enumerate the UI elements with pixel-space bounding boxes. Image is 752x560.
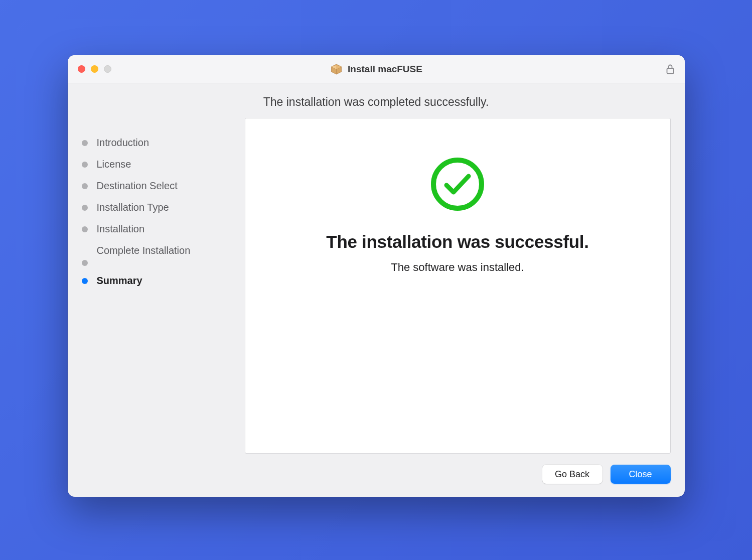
step-bullet-icon — [82, 278, 88, 284]
step-label: Introduction — [97, 136, 149, 150]
success-subtitle: The software was installed. — [391, 261, 524, 274]
footer: Go Back Close — [68, 454, 685, 497]
content-area: The installation was completed successfu… — [68, 83, 685, 497]
step-bullet-icon — [82, 162, 88, 168]
svg-rect-0 — [667, 68, 673, 74]
success-checkmark-icon — [431, 158, 484, 211]
go-back-button[interactable]: Go Back — [542, 465, 603, 484]
step-label: Installation — [97, 222, 145, 236]
lock-icon[interactable] — [666, 64, 675, 75]
titlebar: Install macFUSE — [68, 55, 685, 83]
installer-window: Install macFUSE The installation was com… — [68, 55, 685, 497]
step-destination-select: Destination Select — [82, 175, 245, 197]
heading-text: The installation was completed successfu… — [263, 95, 489, 108]
step-label: Destination Select — [97, 179, 178, 193]
title-center: Install macFUSE — [330, 63, 422, 76]
step-bullet-icon — [82, 226, 88, 232]
body-row: Introduction License Destination Select — [68, 118, 685, 454]
close-window-button[interactable] — [78, 65, 85, 73]
maximize-window-button[interactable] — [104, 65, 111, 73]
step-label: Complete Installation — [97, 244, 191, 257]
sidebar: Introduction License Destination Select — [82, 118, 245, 454]
step-bullet-icon — [82, 205, 88, 211]
step-summary: Summary — [82, 270, 245, 292]
step-label: Summary — [97, 274, 142, 288]
minimize-window-button[interactable] — [91, 65, 98, 73]
step-label: License — [97, 158, 131, 171]
success-title: The installation was successful. — [326, 232, 588, 252]
heading-row: The installation was completed successfu… — [68, 83, 685, 118]
traffic-lights — [78, 65, 111, 73]
step-complete-installation: Complete Installation — [82, 240, 245, 270]
step-license: License — [82, 154, 245, 175]
close-button[interactable]: Close — [611, 465, 671, 484]
step-bullet-icon — [82, 260, 88, 266]
step-bullet-icon — [82, 183, 88, 189]
step-installation: Installation — [82, 218, 245, 240]
main-panel: The installation was successful. The sof… — [245, 118, 671, 454]
step-introduction: Introduction — [82, 132, 245, 154]
step-list: Introduction License Destination Select — [82, 132, 245, 292]
package-icon — [330, 63, 343, 76]
step-bullet-icon — [82, 140, 88, 146]
step-installation-type: Installation Type — [82, 197, 245, 218]
desktop-background: Install macFUSE The installation was com… — [16, 19, 736, 541]
window-title: Install macFUSE — [348, 64, 422, 75]
step-label: Installation Type — [97, 201, 169, 214]
